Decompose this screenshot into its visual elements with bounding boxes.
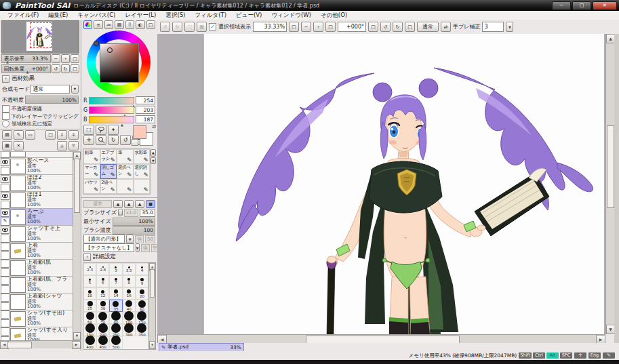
brush-size-option[interactable]: 60: [83, 312, 96, 324]
brush-size-option[interactable]: 500: [109, 336, 122, 348]
layer-row[interactable]: 髪ベース 通常 100%: [0, 158, 73, 175]
layer-visibility-toggle[interactable]: [1, 294, 9, 302]
rotate-ccw-button[interactable]: ↺: [52, 64, 60, 73]
tool-cell[interactable]: 選択ペン ✎: [117, 164, 134, 179]
clear-layer-button[interactable]: ▦: [2, 141, 12, 150]
navigator-preview[interactable]: [1, 20, 79, 54]
brush-size-option[interactable]: 9: [136, 275, 148, 287]
navigator-rotation-slider[interactable]: 回転角度 +000° ▲: [1, 64, 51, 73]
show-selection-checkbox[interactable]: ✓: [209, 23, 216, 31]
canvas-zoom-value[interactable]: 33.33%: [253, 22, 287, 32]
brush-size-option[interactable]: 2.3: [83, 263, 96, 275]
tool-cell[interactable]: マーカー ✎: [83, 164, 100, 179]
red-slider[interactable]: ▲: [89, 97, 134, 104]
layer-visibility-toggle[interactable]: [1, 209, 9, 217]
brush-size-option[interactable]: 100: [123, 312, 136, 324]
brush-edge-medium-button[interactable]: ▲: [124, 200, 134, 208]
navigator-view-rect[interactable]: [30, 22, 52, 48]
brush-size-option[interactable]: 80: [109, 312, 122, 324]
saturation-value-square[interactable]: [100, 43, 139, 83]
rotate-view-tool[interactable]: ↻: [108, 135, 119, 145]
brush-size-option[interactable]: 6: [96, 275, 109, 287]
canvas-vscrollbar[interactable]: ▲ ▼: [605, 34, 615, 334]
transfer-down-button[interactable]: ⇩: [57, 130, 67, 140]
menu-item[interactable]: レイヤー(L): [120, 12, 161, 20]
menu-item[interactable]: ファイル(F): [3, 12, 43, 20]
deselect-button[interactable]: ⬚: [184, 22, 195, 32]
maximize-button[interactable]: ▢: [572, 1, 591, 10]
brush-edge-hard-button[interactable]: ▲: [135, 200, 144, 208]
chevron-down-icon[interactable]: ▼: [126, 235, 134, 243]
checkbox[interactable]: [2, 113, 9, 120]
clipping-option[interactable]: 下のレイヤーでクリッピング: [0, 113, 81, 120]
brush-edge-soft-button[interactable]: ▲: [113, 200, 123, 208]
tool-cell[interactable]: ✎: [117, 179, 134, 194]
expand-icon[interactable]: ＋: [83, 254, 91, 261]
shape-strength-value[interactable]: 50: [145, 235, 155, 243]
layer-visibility-toggle[interactable]: [1, 243, 9, 251]
brush-size-option[interactable]: 16: [123, 287, 136, 300]
brush-shape-select[interactable]: 【通常の円形】: [83, 235, 125, 243]
scrollbar-thumb[interactable]: [7, 342, 32, 348]
tool-cell[interactable]: 筆 ✎: [117, 149, 134, 164]
color-wheel-tab[interactable]: [83, 20, 92, 29]
layer-row[interactable]: ほほ1 通常 100%: [0, 192, 73, 209]
scrollbar-thumb[interactable]: [607, 125, 614, 208]
brush-size-option[interactable]: 7: [109, 275, 122, 287]
lasso-tool[interactable]: [96, 125, 106, 135]
menu-item[interactable]: ビュー(V): [231, 12, 266, 20]
brush-size-option[interactable]: 400: [83, 336, 96, 348]
brush-size-option[interactable]: 35: [109, 300, 122, 312]
rotate-reset-button[interactable]: □: [368, 22, 378, 32]
menu-item[interactable]: 選択(S): [161, 12, 190, 20]
undo-button[interactable]: ↺: [160, 22, 170, 32]
layer-paint-target-toggle[interactable]: [1, 235, 9, 243]
rotate-cw-button[interactable]: ↻: [393, 22, 403, 32]
scroll-down-icon[interactable]: ▼: [73, 332, 81, 340]
move-tool[interactable]: ✛: [83, 135, 94, 145]
brush-size-option[interactable]: 5: [83, 275, 96, 287]
swap-icon[interactable]: ⇄: [441, 22, 451, 32]
blue-slider[interactable]: ▲: [89, 116, 135, 123]
brush-size-option[interactable]: 50: [136, 300, 148, 312]
foreground-color-swatch[interactable]: [133, 125, 146, 139]
opacity-lock-option[interactable]: 不透明度保護: [0, 105, 81, 113]
brush-size-option[interactable]: 3.5: [123, 263, 136, 275]
scratchpad-tab[interactable]: ◐: [136, 20, 144, 29]
layer-row[interactable]: ろーぶ 通常 100%: [0, 209, 73, 226]
brush-size-option[interactable]: 14: [109, 287, 122, 300]
blend-mode-select[interactable]: 通常: [31, 85, 70, 94]
brush-size-option[interactable]: 2.6: [96, 263, 109, 275]
zoom-out-button[interactable]: −: [52, 54, 60, 63]
size-scale[interactable]: x1.0: [124, 209, 138, 217]
brush-size-option[interactable]: 20: [136, 287, 148, 300]
rotate-ccw-button[interactable]: ↺: [380, 22, 391, 32]
brush-edge-square-button[interactable]: ■: [146, 200, 155, 208]
layer-row[interactable]: 上着 通常 100%: [0, 243, 73, 260]
swap-colors-icon[interactable]: ⇄: [152, 124, 156, 129]
expand-icon[interactable]: ＋: [2, 75, 9, 83]
redo-button[interactable]: ↻: [172, 22, 182, 32]
brush-size-option[interactable]: 450: [96, 336, 109, 348]
zoom-tool[interactable]: [96, 135, 106, 145]
tool-page-down-button[interactable]: ▼: [151, 157, 156, 165]
new-layer-set-button[interactable]: ▭: [25, 130, 35, 140]
layer-up-button[interactable]: ▲: [57, 141, 67, 150]
layer-visibility-toggle[interactable]: [1, 327, 9, 336]
layer-paint-target-toggle[interactable]: [1, 251, 9, 260]
tool-cell[interactable]: 水彩筆 ✎: [134, 149, 151, 164]
layer-paint-target-toggle[interactable]: [1, 268, 9, 277]
layer-list-hscrollbar[interactable]: ◀ ▶: [0, 341, 81, 348]
brush-size-option[interactable]: 40: [123, 300, 136, 312]
layer-row[interactable]: ほほ2 通常 100%: [0, 175, 73, 192]
brush-size-option[interactable]: 4: [136, 263, 148, 275]
menu-item[interactable]: 編集(E): [43, 12, 73, 20]
checkbox[interactable]: [2, 105, 9, 113]
blue-value[interactable]: 187: [136, 115, 155, 123]
tool-cell[interactable]: 選択消し ✎: [134, 164, 151, 179]
chevron-down-icon[interactable]: ▼: [506, 22, 513, 32]
size-unit-button[interactable]: □: [118, 209, 123, 216]
tool-cell[interactable]: 鉛筆 ✎: [83, 149, 100, 164]
zoom-fit-button[interactable]: □: [289, 22, 299, 32]
brush-size-option[interactable]: 25: [83, 300, 96, 312]
